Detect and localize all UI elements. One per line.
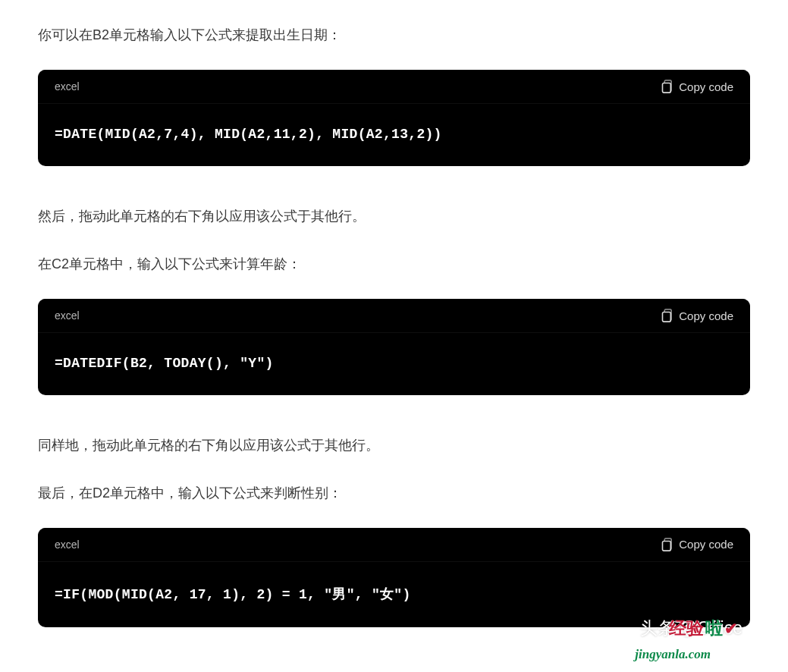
code-header: excel Copy code (38, 70, 750, 104)
svg-rect-2 (663, 541, 671, 551)
copy-code-button[interactable]: Copy code (659, 79, 733, 94)
intro-paragraph-1: 你可以在B2单元格输入以下公式来提取出生日期： (38, 23, 750, 47)
paragraph-drag-2: 同样地，拖动此单元格的右下角以应用该公式于其他行。 (38, 433, 750, 457)
code-header: excel Copy code (38, 528, 750, 562)
copy-code-button[interactable]: Copy code (659, 537, 733, 552)
watermark-check-icon: ✔ (724, 620, 738, 639)
watermark-logo-part2: 啦 (705, 617, 723, 640)
code-text: =IF(MOD(MID(A2, 17, 1), 2) = 1, "男", "女"… (55, 587, 411, 602)
paragraph-c2: 在C2单元格中，输入以下公式来计算年龄： (38, 252, 750, 276)
code-header: excel Copy code (38, 299, 750, 333)
clipboard-icon (659, 308, 673, 323)
code-block-if: excel Copy code =IF(MOD(MID(A2, 17, 1), … (38, 528, 750, 627)
code-text: =DATE(MID(A2,7,4), MID(A2,11,2), MID(A2,… (55, 127, 442, 142)
watermark-site-url: jingyanla.com (635, 647, 711, 662)
paragraph-d2: 最后，在D2单元格中，输入以下公式来判断性别： (38, 481, 750, 505)
code-text: =DATEDIF(B2, TODAY(), "Y") (55, 356, 274, 371)
code-language-label: excel (55, 80, 80, 93)
watermark-logo-part1: 经验 (669, 617, 704, 640)
code-language-label: excel (55, 309, 80, 322)
clipboard-icon (659, 537, 673, 552)
svg-rect-0 (663, 83, 671, 93)
copy-code-label: Copy code (679, 538, 733, 551)
clipboard-icon (659, 79, 673, 94)
code-language-label: excel (55, 539, 80, 551)
code-block-datedif: excel Copy code =DATEDIF(B2, TODAY(), "Y… (38, 299, 750, 395)
copy-code-label: Copy code (679, 80, 733, 93)
code-block-date: excel Copy code =DATE(MID(A2,7,4), MID(A… (38, 70, 750, 166)
code-body: =DATE(MID(A2,7,4), MID(A2,11,2), MID(A2,… (38, 104, 750, 166)
watermark-logo: 经验 啦 ✔ (669, 617, 738, 640)
paragraph-drag-1: 然后，拖动此单元格的右下角以应用该公式于其他行。 (38, 204, 750, 228)
svg-rect-1 (663, 312, 671, 322)
copy-code-label: Copy code (679, 309, 733, 322)
code-body: =DATEDIF(B2, TODAY(), "Y") (38, 333, 750, 395)
copy-code-button[interactable]: Copy code (659, 308, 733, 323)
